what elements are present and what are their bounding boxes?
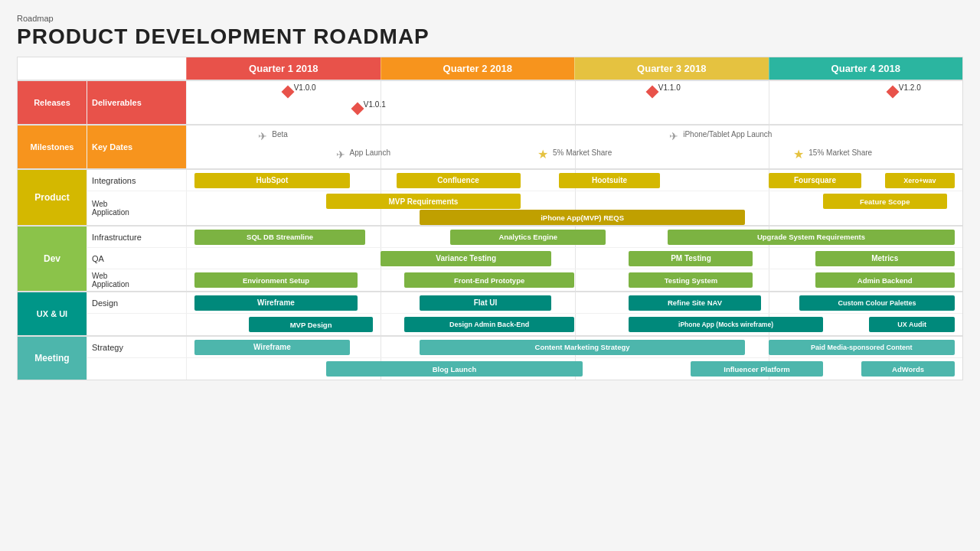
bar-testing-sys: Testing System [629, 272, 753, 288]
uxui-section: UX & UI Design Wireframe Flat UI Refine … [18, 291, 962, 335]
releases-section: Releases Deliverables V1.0.0 V1.0.1 V1.1… [18, 80, 962, 124]
dev-qa-timeline: Variance Testing PM Testing Metrics [186, 248, 962, 269]
star-15pct: ★ [793, 147, 804, 161]
dev-webapp-timeline: Environment Setup Front-End Prototype Te… [186, 269, 962, 291]
releases-timeline: V1.0.0 V1.0.1 V1.1.0 V1.2.0 [186, 81, 962, 124]
dev-infra-timeline: SQL DB Streamline Analytics Engine Upgra… [186, 227, 962, 247]
product-webapp-timeline: MVP Requirements iPhone App(MVP) REQS Fe… [186, 191, 962, 225]
page-label: Roadmap [17, 14, 963, 23]
bar-ux-audit: UX Audit [869, 317, 954, 332]
dev-label: Dev [18, 227, 87, 291]
diamond-v101 [351, 103, 364, 116]
uxui-label: UX & UI [18, 292, 87, 335]
bar-variance: Variance Testing [381, 251, 551, 266]
uxui-sub-rows: Design Wireframe Flat UI Refine Site NAV… [87, 292, 962, 335]
bar-blog-launch: Blog Launch [326, 361, 582, 377]
star-5pct: ★ [537, 147, 548, 161]
bar-foursquare: Foursquare [769, 173, 862, 188]
milestones-timeline: ✈ Beta ✈ App Launch ★ 5% Market Share ✈ … [186, 126, 962, 168]
dev-rows: Dev Infrastructure SQL DB Streamline Ana… [18, 227, 962, 291]
uxui-design-label: Design [87, 292, 186, 313]
product-webapp-label: WebApplication [87, 191, 186, 225]
product-sub-rows: Integrations HubSpot Confluence Hootsuit… [87, 170, 962, 225]
plane-beta: ✈ [258, 130, 267, 142]
releases-label: Releases [18, 81, 87, 124]
bar-pm-test: PM Testing [629, 251, 753, 266]
bar-sql: SQL DB Streamline [194, 230, 365, 245]
bar-analytics: Analytics Engine [450, 230, 606, 245]
uxui-design-row1: Design Wireframe Flat UI Refine Site NAV… [87, 292, 962, 314]
label-v100: V1.0.0 [294, 83, 316, 92]
milestones-sub-label: Key Dates [87, 126, 186, 168]
product-webapp-row: WebApplication MVP Requirements iPhone A… [87, 191, 962, 225]
dev-sub-rows: Infrastructure SQL DB Streamline Analyti… [87, 227, 962, 291]
dev-webapp-label: WebApplication [87, 269, 186, 291]
diamond-v110 [645, 86, 658, 99]
uxui-design-timeline1: Wireframe Flat UI Refine Site NAV Custom… [186, 292, 962, 313]
uxui-design-timeline2: MVP Design Design Admin Back-End iPhone … [186, 314, 962, 335]
bar-paid-media: Paid Media-sponsored Content [769, 340, 955, 355]
bar-env-setup: Environment Setup [194, 272, 358, 288]
uxui-rows: UX & UI Design Wireframe Flat UI Refine … [18, 292, 962, 335]
milestones-section: Milestones Key Dates ✈ Beta ✈ App Launch… [18, 124, 962, 168]
quarter-3-header: Quarter 3 2018 [574, 57, 769, 80]
bar-feature-scope: Feature Scope [823, 194, 947, 209]
label-15pct: 15% Market Share [808, 148, 872, 157]
dev-webapp-row: WebApplication Environment Setup Front-E… [87, 269, 962, 291]
bar-content-marketing: Content Marketing Strategy [420, 340, 745, 355]
diamond-v120 [886, 86, 899, 99]
product-integrations-timeline: HubSpot Confluence Hootsuite Foursquare … [186, 170, 962, 191]
bar-mvp-design: MVP Design [249, 317, 373, 332]
roadmap-container: Quarter 1 2018 Quarter 2 2018 Quarter 3 … [17, 57, 963, 380]
meeting-strategy-label: Strategy [87, 337, 186, 357]
meeting-sub-rows: Strategy Wireframe Content Marketing Str… [87, 337, 962, 380]
meeting-rows: Meeting Strategy Wireframe Content Marke… [18, 337, 962, 380]
bar-design-admin: Design Admin Back-End [404, 317, 575, 332]
meeting-strategy-row1: Strategy Wireframe Content Marketing Str… [87, 337, 962, 358]
bar-hubspot: HubSpot [194, 173, 350, 188]
bar-iphone-mvp: iPhone App(MVP) REQS [420, 210, 745, 225]
plane-applaunch: ✈ [336, 148, 345, 161]
label-applaunch: App Launch [350, 148, 390, 157]
meeting-strategy-row2: Blog Launch Influencer Platform AdWords [87, 358, 962, 380]
bar-metrics: Metrics [815, 251, 955, 266]
bar-xerowav: Xero+wav [885, 173, 955, 188]
bar-influencer: Influencer Platform [691, 361, 822, 377]
bar-adwords: AdWords [861, 361, 955, 377]
dev-qa-label: QA [87, 248, 186, 269]
bar-flatui: Flat UI [420, 295, 551, 311]
label-beta: Beta [272, 130, 288, 139]
meeting-label: Meeting [18, 337, 87, 380]
quarter-2-header: Quarter 2 2018 [381, 57, 575, 80]
label-5pct: 5% Market Share [553, 148, 612, 157]
product-rows: Product Integrations HubSpot Confluence … [18, 170, 962, 225]
bar-wireframe-meeting: Wireframe [194, 340, 350, 355]
uxui-design-row2: MVP Design Design Admin Back-End iPhone … [87, 314, 962, 335]
bar-refine-nav: Refine Site NAV [629, 295, 760, 311]
bar-iphone-mocks: iPhone App (Mocks wireframe) [629, 317, 822, 332]
diamond-v100 [281, 86, 294, 99]
label-v101: V1.0.1 [364, 100, 386, 109]
page-title: PRODUCT DEVELOPMENT ROADMAP [17, 24, 963, 49]
bar-frontend: Front-End Prototype [404, 272, 575, 288]
header-row: Quarter 1 2018 Quarter 2 2018 Quarter 3 … [18, 57, 962, 80]
product-section: Product Integrations HubSpot Confluence … [18, 168, 962, 225]
label-iphone: iPhone/Tablet App Launch [683, 130, 772, 139]
meeting-strategy-timeline2: Blog Launch Influencer Platform AdWords [186, 358, 962, 380]
label-v120: V1.2.0 [899, 83, 921, 92]
releases-row: Releases Deliverables V1.0.0 V1.0.1 V1.1… [18, 81, 962, 124]
dev-section: Dev Infrastructure SQL DB Streamline Ana… [18, 225, 962, 291]
dev-infra-row: Infrastructure SQL DB Streamline Analyti… [87, 227, 962, 248]
quarter-1-header: Quarter 1 2018 [186, 57, 381, 80]
meeting-strategy-label2 [87, 358, 186, 380]
milestones-row: Milestones Key Dates ✈ Beta ✈ App Launch… [18, 126, 962, 168]
header-spacer [18, 57, 186, 80]
bar-upgrade: Upgrade System Requirements [668, 230, 955, 245]
milestones-label: Milestones [18, 126, 87, 168]
dev-qa-row: QA Variance Testing PM Testing Metrics [87, 248, 962, 269]
dev-infra-label: Infrastructure [87, 227, 186, 247]
uxui-design-label2 [87, 314, 186, 335]
meeting-strategy-timeline1: Wireframe Content Marketing Strategy Pai… [186, 337, 962, 357]
bar-wireframe-ux: Wireframe [194, 295, 358, 311]
quarter-4-header: Quarter 4 2018 [769, 57, 963, 80]
